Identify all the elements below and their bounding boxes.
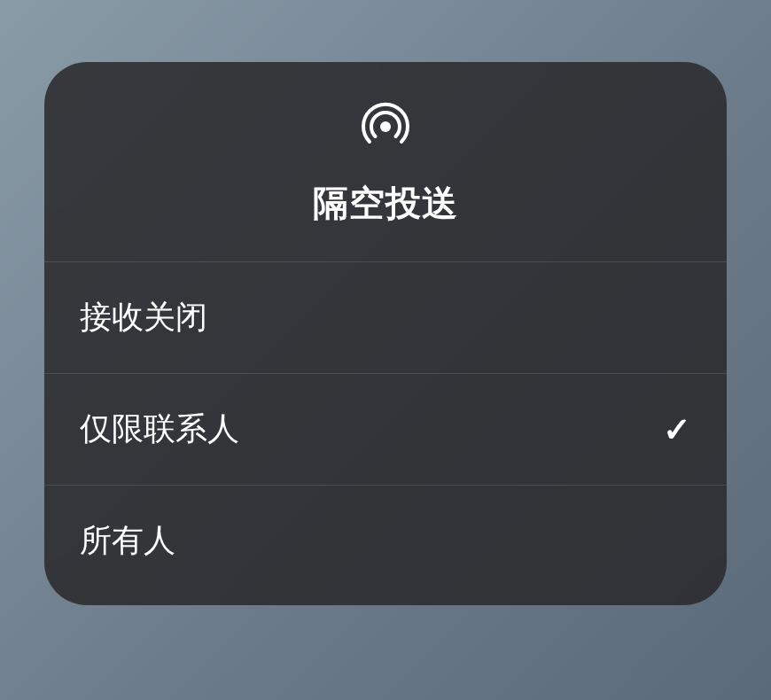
option-label: 仅限联系人 <box>80 408 239 451</box>
option-contacts-only[interactable]: 仅限联系人 ✓ <box>44 374 727 486</box>
option-label: 所有人 <box>80 519 175 563</box>
airdrop-settings-panel: 隔空投送 接收关闭 ✓ 仅限联系人 ✓ 所有人 ✓ <box>44 62 727 605</box>
options-list: 接收关闭 ✓ 仅限联系人 ✓ 所有人 ✓ <box>44 262 727 605</box>
panel-header: 隔空投送 <box>44 62 727 262</box>
checkmark-icon: ✓ <box>663 410 691 449</box>
airdrop-icon <box>360 101 411 152</box>
svg-point-0 <box>380 121 391 132</box>
option-everyone[interactable]: 所有人 ✓ <box>44 486 727 605</box>
option-receiving-off[interactable]: 接收关闭 ✓ <box>44 262 727 374</box>
option-label: 接收关闭 <box>80 296 207 339</box>
panel-title: 隔空投送 <box>313 179 458 228</box>
